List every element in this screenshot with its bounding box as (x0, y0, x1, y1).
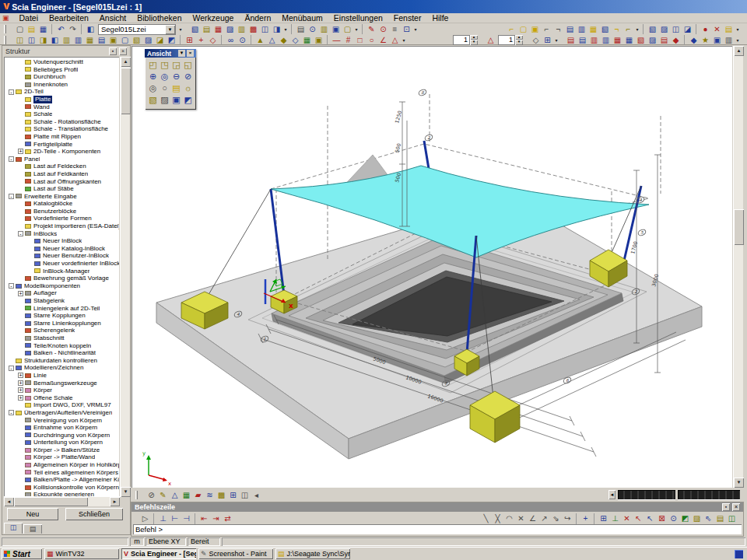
rib-icon[interactable]: ◨ (37, 35, 49, 45)
activity-icon[interactable]: △ (485, 35, 496, 45)
tree-item[interactable]: Scherengelenk (4, 327, 119, 334)
menu-item-bearbeiten[interactable]: Bearbeiten (44, 13, 94, 23)
struktur-panel-header[interactable]: Struktur ▪ × (2, 46, 130, 56)
calc-icon[interactable]: ▣ (330, 24, 342, 34)
tree-expander-icon[interactable]: + (18, 387, 23, 393)
tree-item[interactable]: Stabschnitt (4, 334, 119, 342)
zoom-selection-icon[interactable]: ◎ (147, 82, 159, 94)
render-mode-icon[interactable]: ▦ (181, 490, 192, 500)
menu-item-ndern[interactable]: Ändern (239, 13, 276, 23)
tree-item[interactable]: +Linie (4, 372, 119, 380)
light-icon[interactable]: ☼ (182, 82, 194, 94)
tree-vertical-scrollbar[interactable]: ▲ ▼ (120, 57, 130, 497)
menu-item-einstellungen[interactable]: Einstellungen (328, 13, 388, 23)
render2-icon[interactable]: ▦ (623, 35, 635, 45)
tree-item[interactable]: Balken - Nichtlinearität (4, 349, 119, 357)
snap-start-icon[interactable]: ⇤ (198, 513, 210, 524)
tree-item[interactable]: Liniengelenk auf 2D-Teil (4, 305, 119, 313)
menu-item-bibliotheken[interactable]: Bibliotheken (132, 13, 187, 23)
surface-icon[interactable]: ▧ (635, 35, 647, 45)
section-icon[interactable]: ▥ (588, 35, 600, 45)
cross-snap-icon[interactable]: ✕ (515, 513, 527, 524)
tree-horizontal-scrollbar[interactable]: ◄ ► (4, 496, 120, 506)
command-input[interactable] (133, 525, 742, 534)
perpendicular-snap-icon[interactable]: ⊥ (609, 513, 621, 524)
tree-item[interactable]: Katalogblöcke (4, 200, 119, 208)
bind2-icon[interactable]: ▤ (577, 35, 588, 45)
preview-icon[interactable]: ⊙ (307, 24, 318, 34)
tab-window[interactable]: ▤ (23, 524, 42, 534)
tree-item[interactable]: Last auf Feldecken (4, 163, 119, 170)
tree-item[interactable]: -Modellieren/Zeichnen (4, 364, 119, 372)
viewport-scrollbar-thumb[interactable] (734, 209, 744, 245)
move-entity-icon[interactable]: ▨ (658, 24, 670, 34)
ucs-icon[interactable]: ⊥ (157, 513, 169, 524)
select-cursor-icon[interactable]: ▷ (139, 513, 151, 524)
tree-item[interactable]: Starre Linienkopplungen (4, 320, 119, 327)
surface-snap-icon[interactable]: ◩ (679, 513, 691, 524)
tree-item[interactable]: Fertigteilplatte (4, 141, 119, 149)
tree-expander-icon[interactable]: + (18, 149, 23, 154)
tree-item[interactable]: Platte mit Rippen (4, 133, 119, 141)
image-icon[interactable]: ▥ (236, 24, 247, 34)
close-icon[interactable]: × (119, 47, 127, 55)
tree-item[interactable]: +Offene Schale (4, 394, 119, 402)
zoom-doc-icon[interactable]: ⊙ (377, 24, 389, 34)
tree-item[interactable]: Voutenquerschnitt (4, 58, 119, 66)
view-dir-icon[interactable]: ◆ (688, 35, 700, 45)
table-snap-icon[interactable]: ▤ (714, 513, 726, 524)
component-icon[interactable]: ◩ (166, 35, 177, 45)
layer-icon[interactable]: ◇ (530, 35, 542, 45)
tree-item[interactable]: Durchbruch (4, 73, 119, 81)
toolbar-overflow-arrow[interactable]: ▾ (735, 26, 741, 32)
coupling-icon[interactable]: ⊙ (237, 35, 248, 45)
snap-end-icon[interactable]: ⇥ (210, 513, 222, 524)
window-icon[interactable]: ◫ (259, 24, 271, 34)
menu-item-fenster[interactable]: Fenster (388, 13, 427, 23)
toolbar-grip[interactable] (4, 25, 6, 33)
tree-item[interactable]: Beliebiges Profil (4, 66, 119, 74)
document-icon[interactable]: ▥ (318, 24, 330, 34)
project-icon[interactable]: ⌐ (506, 24, 517, 34)
angle-snap-icon[interactable]: ∠ (527, 513, 538, 524)
cross-link-icon[interactable]: ▦ (84, 35, 96, 45)
plate-tool-icon[interactable]: ▣ (107, 35, 119, 45)
layer-spinner[interactable]: 1 ▲▼ (498, 35, 523, 45)
spinner-buttons[interactable]: ▲▼ (470, 35, 478, 45)
toolbar-overflow-arrow[interactable]: ▾ (553, 37, 559, 43)
tree-expander-icon[interactable]: + (18, 373, 23, 378)
pin-icon[interactable]: ▪ (109, 47, 117, 55)
redo-icon[interactable]: ↷ (67, 24, 79, 34)
new-button[interactable]: Neu (7, 508, 58, 520)
tree-item[interactable]: Neuer vordefinierter InBlock der (4, 260, 119, 268)
surface-view-icon[interactable]: ▩ (216, 490, 227, 500)
rect-tool-icon[interactable]: □ (354, 35, 366, 45)
tree-item[interactable]: Unterteilung von Körpern (4, 439, 119, 446)
taskbar-button[interactable]: ✎Screenshot - Paint (198, 548, 273, 559)
plane-icon[interactable]: ⊣ (181, 513, 192, 524)
print-view-icon[interactable]: ▧ (147, 94, 159, 106)
tree-item[interactable]: Last auf Öffnungskanten (4, 178, 119, 186)
panel-tool-icon[interactable]: ▨ (142, 35, 154, 45)
copy-entity-icon[interactable]: ▧ (647, 24, 658, 34)
tree-item[interactable]: Neuer Katalog-InBlock (4, 245, 119, 253)
scroll-left-icon[interactable]: ◄ (4, 497, 14, 506)
extend-snap-icon[interactable]: ⇘ (550, 513, 562, 524)
annotate-icon[interactable]: ✎ (366, 24, 377, 34)
toolbar-overflow-arrow[interactable]: ▾ (634, 26, 640, 32)
menu-item-datei[interactable]: Datei (14, 13, 44, 23)
joint-icon[interactable]: ◇ (207, 35, 219, 45)
scroll-left-icon[interactable]: ◄ (608, 490, 615, 499)
tab-struktur[interactable]: ◫ (4, 523, 23, 534)
axo-view-icon[interactable]: △ (169, 490, 181, 500)
support-line-icon[interactable]: △ (266, 35, 278, 45)
copy-view-icon[interactable]: ▨ (159, 94, 170, 106)
toolbar-overflow-arrow[interactable]: ▾ (735, 37, 741, 43)
tree-expander-icon[interactable]: - (9, 410, 14, 415)
filter-icon[interactable]: ⊞ (542, 35, 553, 45)
support-icon[interactable]: + (195, 35, 207, 45)
tree-expander-icon[interactable]: - (9, 89, 14, 95)
toolbar-grip[interactable] (4, 36, 6, 44)
labels-icon[interactable]: ▤ (658, 35, 670, 45)
axis-icon[interactable]: ⊢ (169, 513, 181, 524)
